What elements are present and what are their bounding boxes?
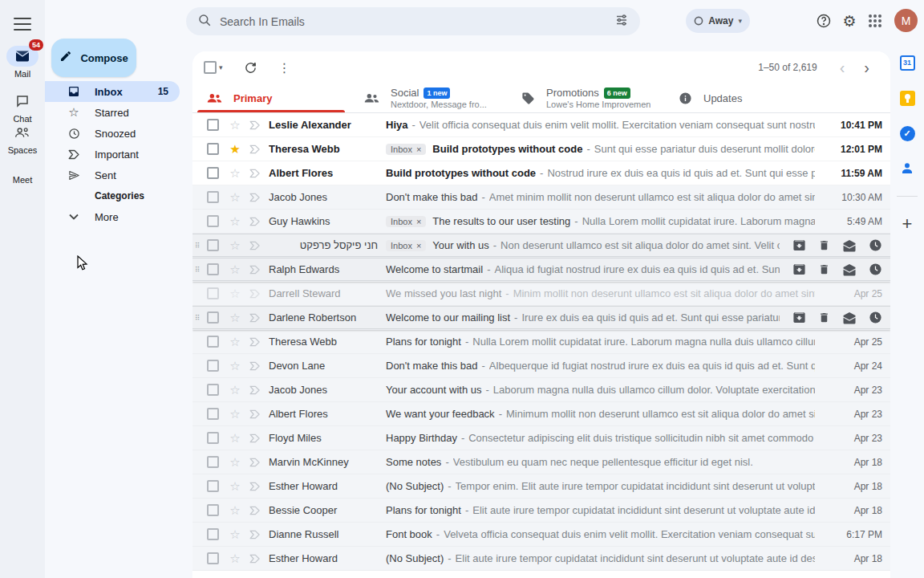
star-icon[interactable]: ☆ [228, 167, 242, 179]
email-row[interactable]: ☆ Jacob Jones Don't make this bad - Amet… [192, 185, 890, 210]
important-marker-icon[interactable] [248, 530, 262, 539]
important-marker-icon[interactable] [248, 434, 262, 443]
delete-icon[interactable] [818, 311, 830, 324]
archive-icon[interactable] [792, 263, 806, 276]
star-icon[interactable]: ☆ [228, 528, 242, 540]
star-icon[interactable]: ★ [228, 143, 242, 155]
snooze-icon[interactable] [869, 311, 882, 324]
star-icon[interactable]: ☆ [228, 384, 242, 396]
row-checkbox[interactable] [207, 215, 219, 227]
archive-icon[interactable] [792, 311, 806, 324]
help-button[interactable] [813, 10, 834, 31]
important-marker-icon[interactable] [248, 265, 262, 275]
row-checkbox[interactable] [207, 480, 219, 492]
important-marker-icon[interactable] [248, 385, 262, 395]
status-selector[interactable]: Away ▾ [686, 9, 750, 33]
tab-updates[interactable]: Updates [664, 83, 821, 112]
search-input[interactable] [220, 15, 606, 28]
email-row[interactable]: ☆ Esther Howard (No Subject) - Tempor en… [192, 474, 890, 499]
email-row[interactable]: ☆ Theresa Webb Plans for tonight - Nulla… [192, 330, 890, 354]
label-chip[interactable]: Inbox× [386, 240, 426, 251]
avatar[interactable]: M [894, 9, 918, 32]
delete-icon[interactable] [818, 238, 830, 252]
newer-page-button[interactable]: ‹ [832, 59, 853, 75]
important-marker-icon[interactable] [248, 337, 262, 347]
email-row[interactable]: ☆ Albert Flores Build prototypes without… [192, 161, 890, 185]
snooze-icon[interactable] [869, 238, 882, 252]
row-checkbox[interactable] [207, 239, 219, 251]
important-marker-icon[interactable] [248, 120, 262, 130]
remove-label-icon[interactable]: × [416, 144, 421, 154]
star-icon[interactable]: ☆ [228, 456, 242, 468]
row-checkbox[interactable] [207, 384, 219, 396]
drag-handle-icon[interactable]: ⠿ [195, 267, 203, 272]
sidebar-item-important[interactable]: Important [45, 144, 180, 165]
remove-label-icon[interactable]: × [416, 217, 421, 226]
star-icon[interactable]: ☆ [228, 504, 242, 516]
drag-handle-icon[interactable]: ⠿ [195, 242, 203, 248]
select-dropdown-icon[interactable]: ▾ [219, 63, 223, 71]
star-icon[interactable]: ☆ [228, 263, 242, 275]
rail-item-meet[interactable]: Meet [0, 173, 45, 185]
star-icon[interactable]: ☆ [228, 480, 242, 492]
star-icon[interactable]: ☆ [228, 432, 242, 444]
sidebar-item-snoozed[interactable]: Snoozed [45, 123, 180, 144]
star-icon[interactable]: ☆ [228, 119, 242, 131]
keep-app-icon[interactable] [899, 90, 915, 106]
label-chip[interactable]: Inbox× [386, 144, 426, 155]
contacts-app-icon[interactable] [899, 161, 915, 177]
tab-social[interactable]: Social 1 new Nextdoor, Message fro... [350, 83, 507, 112]
mark-read-icon[interactable] [842, 311, 857, 324]
row-checkbox[interactable] [207, 456, 219, 468]
rail-item-spaces[interactable]: Spaces [0, 122, 45, 155]
sidebar-item-more[interactable]: More [45, 206, 180, 227]
search-options-icon[interactable] [614, 13, 629, 31]
email-row[interactable]: ☆ Leslie Alexander Hiya - Velit officia … [192, 113, 890, 137]
compose-button[interactable]: Compose [51, 39, 136, 77]
important-marker-icon[interactable] [248, 409, 262, 419]
more-options-button[interactable]: ⋮ [278, 60, 291, 75]
email-row[interactable]: ★ Theresa Webb Inbox× Build prototypes w… [192, 137, 890, 161]
remove-label-icon[interactable]: × [416, 241, 421, 250]
row-checkbox[interactable] [207, 504, 219, 516]
refresh-button[interactable] [244, 61, 257, 75]
row-checkbox[interactable] [207, 432, 219, 444]
important-marker-icon[interactable] [248, 458, 262, 467]
search-bar[interactable] [186, 7, 640, 35]
row-checkbox[interactable] [207, 119, 219, 131]
star-icon[interactable]: ☆ [228, 311, 242, 324]
tab-primary[interactable]: Primary [192, 83, 350, 112]
row-checkbox[interactable] [207, 336, 219, 348]
row-checkbox[interactable] [207, 408, 219, 420]
important-marker-icon[interactable] [248, 554, 262, 564]
email-row[interactable]: ☆ Dianne Russell Font book - Velveta off… [192, 523, 890, 547]
sidebar-item-sent[interactable]: Sent [45, 165, 180, 185]
star-icon[interactable]: ☆ [228, 239, 242, 251]
select-all-checkbox[interactable] [204, 61, 217, 74]
important-marker-icon[interactable] [248, 241, 262, 250]
hamburger-menu-icon[interactable] [14, 14, 31, 26]
email-row[interactable]: ☆ Albert Flores We want your feedback - … [192, 402, 890, 426]
row-checkbox[interactable] [207, 143, 219, 155]
email-row[interactable]: ☆ Devon Lane Don't make this bad - Albeq… [192, 354, 890, 378]
row-checkbox[interactable] [207, 528, 219, 540]
row-checkbox[interactable] [207, 311, 219, 324]
mark-read-icon[interactable] [842, 239, 857, 252]
email-row[interactable]: ⠿ ☆ Darlene Robertson Welcome to our mai… [192, 306, 890, 330]
row-checkbox[interactable] [207, 167, 219, 179]
sidebar-item-starred[interactable]: ☆ Starred [45, 102, 180, 123]
star-icon[interactable]: ☆ [228, 215, 242, 227]
star-icon[interactable]: ☆ [228, 360, 242, 372]
drag-handle-icon[interactable]: ⠿ [195, 315, 203, 320]
star-icon[interactable]: ☆ [228, 191, 242, 203]
rail-item-mail[interactable]: 54 Mail [0, 46, 45, 79]
tab-promotions[interactable]: Promotions 6 new Lowe's Home Improvement [507, 83, 664, 112]
star-icon[interactable]: ☆ [228, 552, 242, 564]
important-marker-icon[interactable] [248, 482, 262, 491]
star-icon[interactable]: ☆ [228, 408, 242, 420]
rail-item-chat[interactable]: Chat [0, 91, 45, 124]
email-row[interactable]: ☆ Guy Hawkins Inbox× The results to our … [192, 210, 890, 234]
important-marker-icon[interactable] [248, 506, 262, 515]
important-marker-icon[interactable] [248, 289, 262, 299]
important-marker-icon[interactable] [248, 217, 262, 226]
